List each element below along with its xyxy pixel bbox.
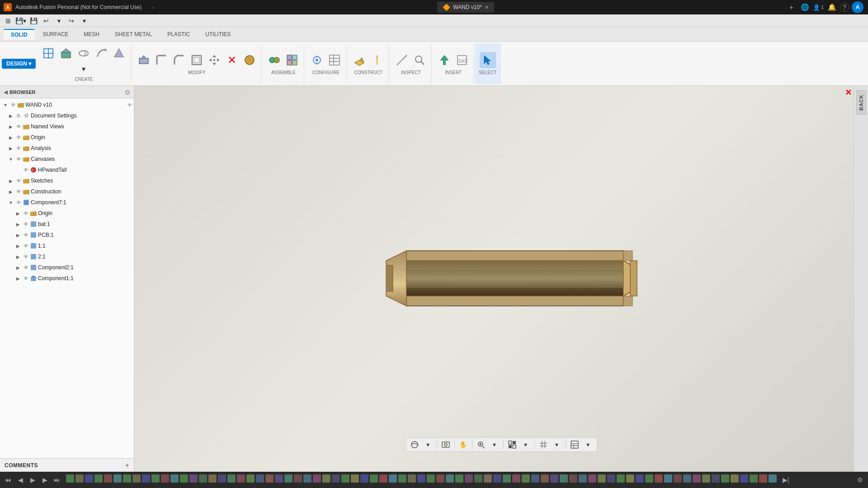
tl-block-6[interactable] <box>113 474 122 483</box>
redo-button[interactable]: ↪ <box>66 15 77 26</box>
tl-block-28[interactable] <box>322 474 330 483</box>
back-tab[interactable]: BACK <box>856 90 866 115</box>
tl-block-21[interactable] <box>256 474 264 483</box>
globe-icon[interactable]: 🌐 <box>799 2 810 13</box>
physical-material-icon[interactable] <box>241 52 258 68</box>
tl-block-56[interactable] <box>588 474 596 483</box>
tl-block-39[interactable] <box>427 474 435 483</box>
tl-block-33[interactable] <box>370 474 378 483</box>
design-button[interactable]: DESIGN ▾ <box>2 59 36 69</box>
display-settings-button[interactable] <box>506 439 518 450</box>
doc-tab[interactable]: 🔶 WAND v10* ✕ <box>437 2 494 13</box>
tree-bat1[interactable]: ▶ 👁 bat:1 <box>0 219 134 230</box>
display-dropdown[interactable]: ▾ <box>520 439 532 450</box>
tree-component11[interactable]: ▶ 👁 Component1:1 <box>0 273 134 284</box>
bell-icon[interactable]: 🔔 <box>826 2 837 13</box>
tree-item11[interactable]: ▶ 👁 1:1 <box>0 240 134 251</box>
tl-block-53[interactable] <box>560 474 568 483</box>
zoom-dropdown[interactable]: ▾ <box>489 439 500 450</box>
tl-block-75[interactable] <box>769 474 777 483</box>
browser-menu-icon[interactable]: ⊙ <box>125 89 130 96</box>
tl-block-47[interactable] <box>503 474 511 483</box>
undo-button[interactable]: ↩ <box>41 15 52 26</box>
joint-icon[interactable] <box>266 52 283 68</box>
tl-block-64[interactable] <box>664 474 672 483</box>
tl-block-7[interactable] <box>123 474 131 483</box>
tl-block-73[interactable] <box>750 474 758 483</box>
tab-surface[interactable]: SURFACE <box>36 29 76 39</box>
tree-sketches[interactable]: ▶ 👁 Sketches <box>0 175 134 186</box>
tl-block-57[interactable] <box>598 474 606 483</box>
construct-plane-icon[interactable] <box>351 52 368 68</box>
pan-button[interactable]: ✋ <box>458 439 469 450</box>
tl-block-43[interactable] <box>465 474 473 483</box>
timeline-settings-icon[interactable]: ⚙ <box>854 474 865 485</box>
tl-block-26[interactable] <box>303 474 311 483</box>
tl-block-70[interactable] <box>721 474 729 483</box>
tree-doc-settings[interactable]: ▶ ⚙ ⚙ Document Settings <box>0 110 134 121</box>
tl-block-15[interactable] <box>199 474 207 483</box>
tl-block-8[interactable] <box>132 474 141 483</box>
construct-axis-icon[interactable] <box>369 52 385 68</box>
tl-block-34[interactable] <box>379 474 387 483</box>
tl-block-18[interactable] <box>227 474 236 483</box>
visibility-dropdown[interactable]: ▾ <box>582 439 594 450</box>
grid-dropdown[interactable]: ▾ <box>551 439 563 450</box>
fillet-icon[interactable] <box>153 52 170 68</box>
tl-block-41[interactable] <box>446 474 454 483</box>
tree-component21[interactable]: ▶ 👁 Component2:1 <box>0 262 134 273</box>
orbit-button[interactable] <box>409 439 420 450</box>
tl-block-51[interactable] <box>541 474 549 483</box>
tl-block-59[interactable] <box>617 474 625 483</box>
tl-block-23[interactable] <box>275 474 283 483</box>
tl-block-60[interactable] <box>626 474 634 483</box>
tree-component7[interactable]: ▼ 👁 Component7:1 <box>0 197 134 208</box>
chamfer-icon[interactable] <box>171 52 187 68</box>
measure-icon[interactable] <box>394 52 410 68</box>
tl-block-14[interactable] <box>189 474 198 483</box>
tl-block-68[interactable] <box>702 474 710 483</box>
browser-collapse-icon[interactable]: ◀ <box>4 89 8 95</box>
save-dropdown[interactable]: 💾▾ <box>15 15 26 26</box>
tl-block-17[interactable] <box>218 474 226 483</box>
insert-dxf-icon[interactable]: DXF <box>454 52 470 68</box>
save-button[interactable]: 💾 <box>28 15 39 26</box>
delete-icon[interactable]: ✕ <box>224 52 240 68</box>
tree-origin[interactable]: ▶ 👁 Origin <box>0 132 134 143</box>
tl-block-35[interactable] <box>389 474 397 483</box>
x-mark-icon[interactable]: ✕ <box>845 88 852 98</box>
tl-block-13[interactable] <box>180 474 188 483</box>
tl-block-19[interactable] <box>237 474 245 483</box>
tl-block-58[interactable] <box>607 474 615 483</box>
tl-block-40[interactable] <box>436 474 444 483</box>
tree-root[interactable]: ▼ 👁 WAND v10 👁 <box>0 99 134 110</box>
configure-icon[interactable] <box>309 52 325 68</box>
tl-block-74[interactable] <box>759 474 767 483</box>
play-button[interactable]: ▶ <box>27 474 38 485</box>
tl-block-2[interactable] <box>75 474 84 483</box>
user-avatar[interactable]: A <box>852 1 863 13</box>
grid-apps-icon[interactable]: ⊞ <box>3 15 14 26</box>
tl-block-11[interactable] <box>161 474 169 483</box>
undo-dropdown[interactable]: ▾ <box>53 15 64 26</box>
tl-block-10[interactable] <box>151 474 160 483</box>
tl-block-61[interactable] <box>636 474 644 483</box>
tl-block-69[interactable] <box>712 474 720 483</box>
revolve-icon[interactable] <box>75 45 92 61</box>
shell-icon[interactable] <box>189 52 205 68</box>
tl-block-52[interactable] <box>550 474 558 483</box>
go-to-end-button[interactable]: ⏭ <box>52 474 62 485</box>
tl-block-62[interactable] <box>645 474 653 483</box>
comments-add-icon[interactable]: + <box>125 461 129 469</box>
add-button[interactable]: ＋ <box>786 2 797 13</box>
tl-block-45[interactable] <box>484 474 492 483</box>
redo-dropdown[interactable]: ▾ <box>79 15 90 26</box>
tl-block-4[interactable] <box>94 474 103 483</box>
select-icon[interactable] <box>480 52 496 68</box>
create-more-icon[interactable]: ▾ <box>77 62 90 75</box>
tab-solid[interactable]: SOLID <box>4 29 35 40</box>
timeline-scroll-right[interactable]: ▶| <box>780 474 791 485</box>
tab-plastic[interactable]: PLASTIC <box>160 29 197 39</box>
tab-sheet-metal[interactable]: SHEET METAL <box>108 29 159 39</box>
tree-named-views[interactable]: ▶ 👁 Named Views <box>0 121 134 132</box>
